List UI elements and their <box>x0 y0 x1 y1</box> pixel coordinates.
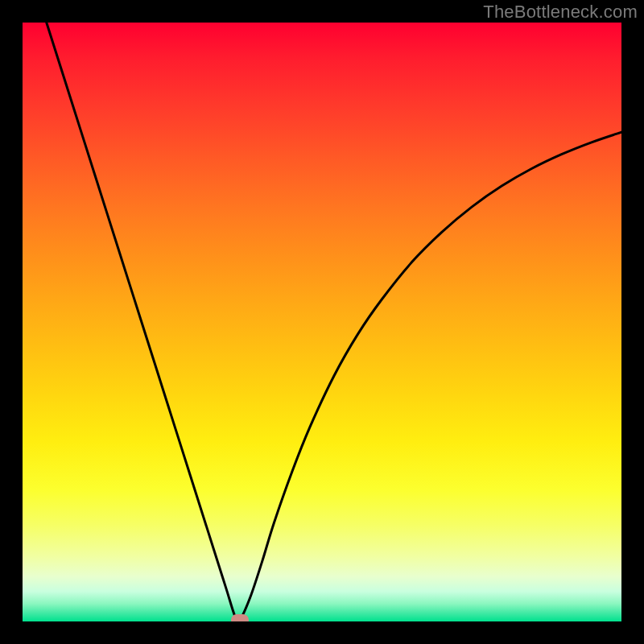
watermark-text: TheBottleneck.com <box>483 2 638 23</box>
plot-area <box>23 23 621 621</box>
optimum-marker <box>231 614 249 621</box>
chart-frame: TheBottleneck.com <box>0 0 644 644</box>
bottleneck-curve <box>23 23 621 621</box>
